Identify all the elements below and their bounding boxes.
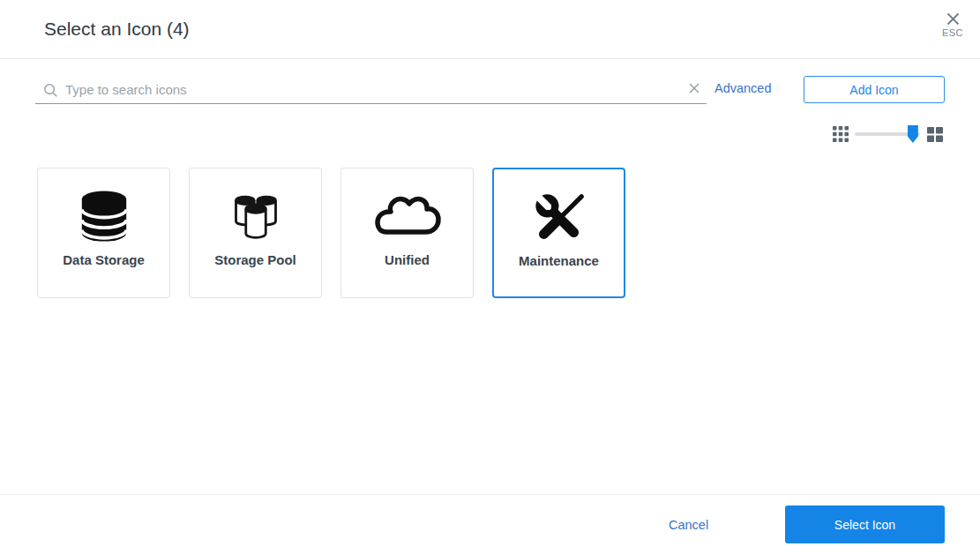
dialog-header: Select an Icon (4) ESC <box>0 0 980 59</box>
add-icon-button[interactable]: Add Icon <box>804 76 945 103</box>
select-icon-button[interactable]: Select Icon <box>785 505 945 543</box>
search-icon <box>43 83 58 98</box>
size-slider-track[interactable] <box>855 132 920 136</box>
database-icon <box>77 189 131 245</box>
icon-card-label: Unified <box>385 252 430 267</box>
clear-icon <box>689 83 699 94</box>
cloud-icon <box>373 195 442 239</box>
esc-label: ESC <box>938 27 968 38</box>
grid-small-icon <box>833 126 849 142</box>
search-input[interactable] <box>64 78 672 101</box>
icon-card-unified[interactable]: Unified <box>340 168 474 298</box>
close-button[interactable]: ESC <box>938 12 968 38</box>
advanced-link[interactable]: Advanced <box>714 81 772 95</box>
dialog-footer: Cancel Select Icon <box>0 494 980 554</box>
tools-icon <box>532 191 587 245</box>
search-bar <box>35 75 707 104</box>
clear-search-button[interactable] <box>689 83 699 94</box>
storage-pool-icon <box>229 191 282 243</box>
cancel-button[interactable]: Cancel <box>669 518 708 532</box>
size-slider-handle[interactable] <box>908 125 918 143</box>
grid-large-icon <box>927 127 943 142</box>
icon-card-label: Storage Pool <box>214 252 296 267</box>
icon-card-label: Maintenance <box>519 253 599 268</box>
dialog-title: Select an Icon (4) <box>44 19 190 40</box>
icon-card-maintenance[interactable]: Maintenance <box>492 168 625 298</box>
icon-card-storage-pool[interactable]: Storage Pool <box>189 168 322 298</box>
close-icon <box>946 12 960 26</box>
icon-card-data-storage[interactable]: Data Storage <box>37 168 170 298</box>
icon-grid: Data Storage Storage Pool Unified <box>37 168 625 298</box>
icon-size-slider <box>833 124 945 144</box>
icon-card-label: Data Storage <box>63 252 145 267</box>
